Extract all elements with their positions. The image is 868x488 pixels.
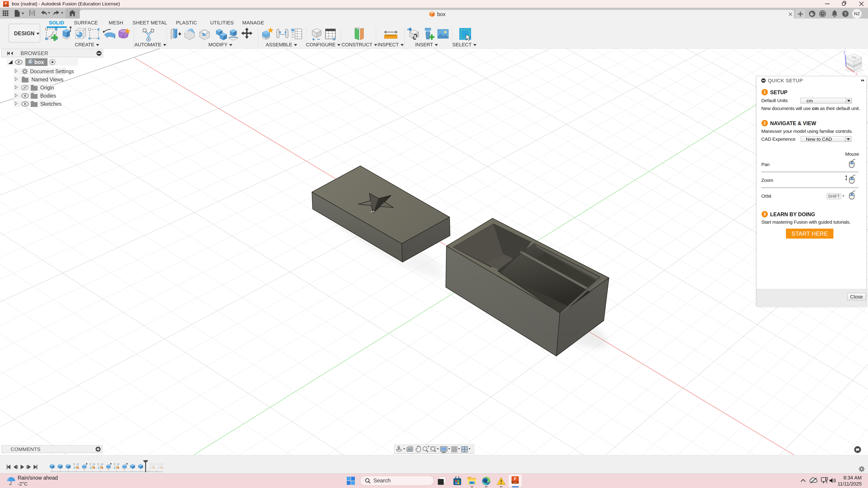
svg-text:Z: Z [843, 51, 845, 54]
svg-text:FUS: FUS [5, 5, 7, 6]
svg-text:X: X [855, 72, 858, 76]
svg-text:?: ? [844, 11, 847, 16]
svg-text:F: F [514, 477, 517, 481]
svg-text:FUS: FUS [513, 482, 517, 484]
svg-text:F: F [5, 2, 7, 5]
